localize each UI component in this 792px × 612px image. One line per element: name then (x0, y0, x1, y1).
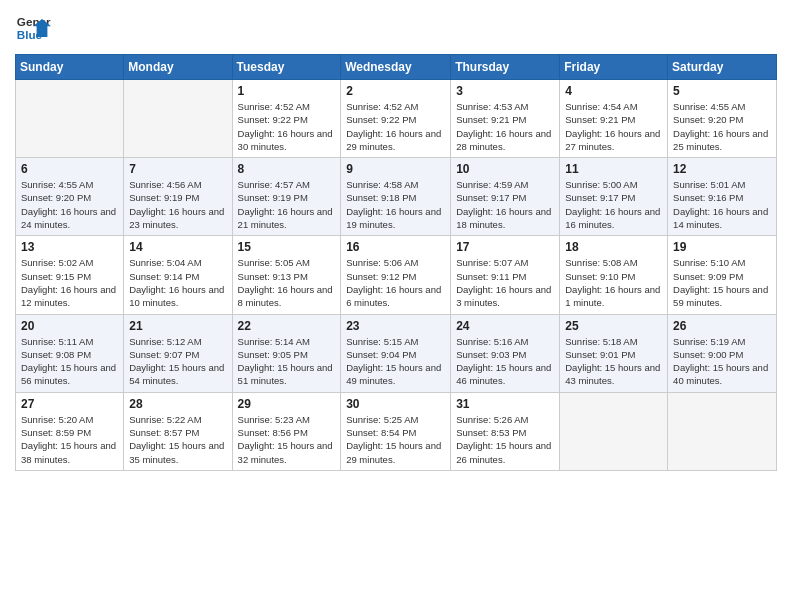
day-info: Sunrise: 5:04 AMSunset: 9:14 PMDaylight:… (129, 256, 226, 309)
week-row-5: 27Sunrise: 5:20 AMSunset: 8:59 PMDayligh… (16, 392, 777, 470)
calendar-cell: 30Sunrise: 5:25 AMSunset: 8:54 PMDayligh… (341, 392, 451, 470)
day-number: 20 (21, 319, 118, 333)
calendar-cell: 23Sunrise: 5:15 AMSunset: 9:04 PMDayligh… (341, 314, 451, 392)
calendar-cell (560, 392, 668, 470)
calendar-cell: 5Sunrise: 4:55 AMSunset: 9:20 PMDaylight… (668, 80, 777, 158)
calendar-cell: 16Sunrise: 5:06 AMSunset: 9:12 PMDayligh… (341, 236, 451, 314)
day-info: Sunrise: 5:25 AMSunset: 8:54 PMDaylight:… (346, 413, 445, 466)
day-info: Sunrise: 5:02 AMSunset: 9:15 PMDaylight:… (21, 256, 118, 309)
day-number: 6 (21, 162, 118, 176)
day-number: 10 (456, 162, 554, 176)
day-number: 21 (129, 319, 226, 333)
day-info: Sunrise: 4:53 AMSunset: 9:21 PMDaylight:… (456, 100, 554, 153)
logo: General Blue (15, 10, 51, 46)
day-info: Sunrise: 5:00 AMSunset: 9:17 PMDaylight:… (565, 178, 662, 231)
day-number: 4 (565, 84, 662, 98)
day-info: Sunrise: 4:55 AMSunset: 9:20 PMDaylight:… (21, 178, 118, 231)
day-number: 15 (238, 240, 336, 254)
day-info: Sunrise: 5:23 AMSunset: 8:56 PMDaylight:… (238, 413, 336, 466)
calendar-cell (668, 392, 777, 470)
day-info: Sunrise: 5:01 AMSunset: 9:16 PMDaylight:… (673, 178, 771, 231)
day-number: 25 (565, 319, 662, 333)
calendar-cell: 29Sunrise: 5:23 AMSunset: 8:56 PMDayligh… (232, 392, 341, 470)
day-info: Sunrise: 5:06 AMSunset: 9:12 PMDaylight:… (346, 256, 445, 309)
calendar-cell: 24Sunrise: 5:16 AMSunset: 9:03 PMDayligh… (451, 314, 560, 392)
week-row-2: 6Sunrise: 4:55 AMSunset: 9:20 PMDaylight… (16, 158, 777, 236)
day-number: 11 (565, 162, 662, 176)
day-info: Sunrise: 5:08 AMSunset: 9:10 PMDaylight:… (565, 256, 662, 309)
week-row-4: 20Sunrise: 5:11 AMSunset: 9:08 PMDayligh… (16, 314, 777, 392)
day-number: 5 (673, 84, 771, 98)
calendar-cell: 9Sunrise: 4:58 AMSunset: 9:18 PMDaylight… (341, 158, 451, 236)
calendar-cell: 11Sunrise: 5:00 AMSunset: 9:17 PMDayligh… (560, 158, 668, 236)
day-info: Sunrise: 4:57 AMSunset: 9:19 PMDaylight:… (238, 178, 336, 231)
calendar-cell: 20Sunrise: 5:11 AMSunset: 9:08 PMDayligh… (16, 314, 124, 392)
calendar-cell: 22Sunrise: 5:14 AMSunset: 9:05 PMDayligh… (232, 314, 341, 392)
calendar-cell: 14Sunrise: 5:04 AMSunset: 9:14 PMDayligh… (124, 236, 232, 314)
day-info: Sunrise: 5:14 AMSunset: 9:05 PMDaylight:… (238, 335, 336, 388)
calendar-cell: 17Sunrise: 5:07 AMSunset: 9:11 PMDayligh… (451, 236, 560, 314)
day-number: 1 (238, 84, 336, 98)
day-info: Sunrise: 4:56 AMSunset: 9:19 PMDaylight:… (129, 178, 226, 231)
day-number: 16 (346, 240, 445, 254)
calendar-cell (124, 80, 232, 158)
day-info: Sunrise: 5:22 AMSunset: 8:57 PMDaylight:… (129, 413, 226, 466)
weekday-header-saturday: Saturday (668, 55, 777, 80)
calendar-cell: 13Sunrise: 5:02 AMSunset: 9:15 PMDayligh… (16, 236, 124, 314)
day-info: Sunrise: 4:55 AMSunset: 9:20 PMDaylight:… (673, 100, 771, 153)
calendar-cell: 4Sunrise: 4:54 AMSunset: 9:21 PMDaylight… (560, 80, 668, 158)
weekday-header-friday: Friday (560, 55, 668, 80)
day-number: 29 (238, 397, 336, 411)
day-info: Sunrise: 4:52 AMSunset: 9:22 PMDaylight:… (346, 100, 445, 153)
header: General Blue (15, 10, 777, 46)
calendar-cell: 28Sunrise: 5:22 AMSunset: 8:57 PMDayligh… (124, 392, 232, 470)
day-number: 19 (673, 240, 771, 254)
logo-icon: General Blue (15, 10, 51, 46)
calendar-cell: 7Sunrise: 4:56 AMSunset: 9:19 PMDaylight… (124, 158, 232, 236)
day-number: 31 (456, 397, 554, 411)
day-number: 18 (565, 240, 662, 254)
day-number: 23 (346, 319, 445, 333)
calendar-cell: 19Sunrise: 5:10 AMSunset: 9:09 PMDayligh… (668, 236, 777, 314)
day-info: Sunrise: 5:10 AMSunset: 9:09 PMDaylight:… (673, 256, 771, 309)
day-number: 28 (129, 397, 226, 411)
day-number: 8 (238, 162, 336, 176)
weekday-header-wednesday: Wednesday (341, 55, 451, 80)
day-number: 2 (346, 84, 445, 98)
calendar-cell: 25Sunrise: 5:18 AMSunset: 9:01 PMDayligh… (560, 314, 668, 392)
day-info: Sunrise: 5:07 AMSunset: 9:11 PMDaylight:… (456, 256, 554, 309)
day-number: 24 (456, 319, 554, 333)
day-number: 22 (238, 319, 336, 333)
day-info: Sunrise: 5:16 AMSunset: 9:03 PMDaylight:… (456, 335, 554, 388)
calendar-cell: 8Sunrise: 4:57 AMSunset: 9:19 PMDaylight… (232, 158, 341, 236)
calendar-page: General Blue SundayMondayTuesdayWednesda… (0, 0, 792, 612)
calendar-cell: 31Sunrise: 5:26 AMSunset: 8:53 PMDayligh… (451, 392, 560, 470)
calendar-cell: 21Sunrise: 5:12 AMSunset: 9:07 PMDayligh… (124, 314, 232, 392)
week-row-3: 13Sunrise: 5:02 AMSunset: 9:15 PMDayligh… (16, 236, 777, 314)
day-info: Sunrise: 4:58 AMSunset: 9:18 PMDaylight:… (346, 178, 445, 231)
weekday-header-tuesday: Tuesday (232, 55, 341, 80)
weekday-header-row: SundayMondayTuesdayWednesdayThursdayFrid… (16, 55, 777, 80)
day-info: Sunrise: 5:15 AMSunset: 9:04 PMDaylight:… (346, 335, 445, 388)
calendar-cell: 15Sunrise: 5:05 AMSunset: 9:13 PMDayligh… (232, 236, 341, 314)
day-info: Sunrise: 5:18 AMSunset: 9:01 PMDaylight:… (565, 335, 662, 388)
calendar-cell: 27Sunrise: 5:20 AMSunset: 8:59 PMDayligh… (16, 392, 124, 470)
day-number: 9 (346, 162, 445, 176)
day-number: 26 (673, 319, 771, 333)
day-info: Sunrise: 4:59 AMSunset: 9:17 PMDaylight:… (456, 178, 554, 231)
calendar-cell: 18Sunrise: 5:08 AMSunset: 9:10 PMDayligh… (560, 236, 668, 314)
weekday-header-monday: Monday (124, 55, 232, 80)
day-number: 14 (129, 240, 226, 254)
day-info: Sunrise: 4:52 AMSunset: 9:22 PMDaylight:… (238, 100, 336, 153)
week-row-1: 1Sunrise: 4:52 AMSunset: 9:22 PMDaylight… (16, 80, 777, 158)
day-info: Sunrise: 5:11 AMSunset: 9:08 PMDaylight:… (21, 335, 118, 388)
day-info: Sunrise: 5:26 AMSunset: 8:53 PMDaylight:… (456, 413, 554, 466)
day-number: 7 (129, 162, 226, 176)
day-info: Sunrise: 5:05 AMSunset: 9:13 PMDaylight:… (238, 256, 336, 309)
day-number: 12 (673, 162, 771, 176)
calendar-cell: 3Sunrise: 4:53 AMSunset: 9:21 PMDaylight… (451, 80, 560, 158)
day-number: 17 (456, 240, 554, 254)
calendar-cell (16, 80, 124, 158)
calendar-cell: 6Sunrise: 4:55 AMSunset: 9:20 PMDaylight… (16, 158, 124, 236)
day-info: Sunrise: 5:19 AMSunset: 9:00 PMDaylight:… (673, 335, 771, 388)
